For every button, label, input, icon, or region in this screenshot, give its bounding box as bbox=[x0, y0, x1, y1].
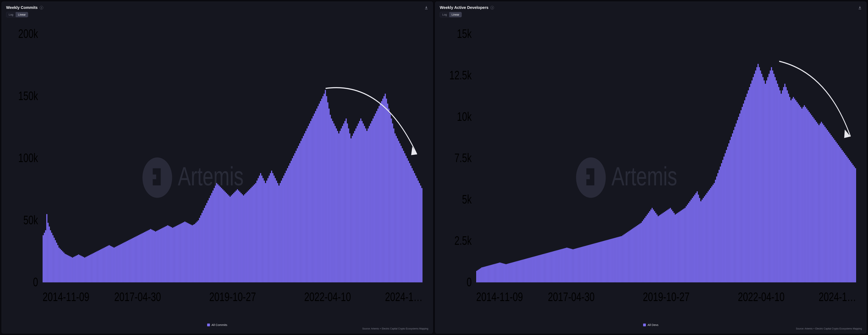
info-icon[interactable]: i bbox=[40, 6, 43, 9]
svg-rect-32 bbox=[66, 254, 67, 282]
svg-rect-387 bbox=[525, 259, 526, 282]
svg-rect-312 bbox=[408, 161, 409, 282]
svg-rect-533 bbox=[703, 198, 704, 282]
svg-rect-36 bbox=[71, 257, 72, 282]
svg-rect-438 bbox=[587, 245, 588, 282]
scale-log-button[interactable]: Log bbox=[6, 12, 16, 17]
svg-rect-459 bbox=[613, 238, 614, 282]
svg-rect-603 bbox=[788, 94, 789, 282]
svg-rect-316 bbox=[413, 171, 414, 282]
svg-rect-139 bbox=[196, 221, 198, 282]
info-icon[interactable]: i bbox=[490, 6, 494, 9]
svg-rect-640 bbox=[833, 139, 834, 282]
svg-rect-563 bbox=[739, 114, 740, 282]
svg-rect-26 bbox=[59, 248, 60, 282]
svg-rect-94 bbox=[142, 233, 143, 282]
svg-rect-244 bbox=[325, 90, 326, 282]
svg-rect-632 bbox=[823, 125, 825, 282]
svg-rect-559 bbox=[735, 127, 736, 282]
svg-rect-526 bbox=[694, 195, 695, 282]
svg-rect-612 bbox=[799, 105, 800, 282]
svg-rect-48 bbox=[86, 257, 87, 282]
svg-rect-550 bbox=[723, 156, 724, 282]
svg-rect-593 bbox=[776, 80, 777, 282]
svg-rect-581 bbox=[761, 74, 763, 282]
svg-rect-548 bbox=[721, 163, 722, 282]
svg-rect-506 bbox=[670, 208, 671, 282]
scale-linear-button[interactable]: Linear bbox=[16, 12, 28, 17]
svg-rect-75 bbox=[118, 245, 120, 282]
svg-rect-142 bbox=[200, 215, 202, 282]
svg-rect-446 bbox=[597, 243, 598, 282]
svg-rect-412 bbox=[555, 250, 557, 282]
svg-rect-198 bbox=[269, 176, 270, 282]
svg-rect-592 bbox=[774, 77, 776, 282]
svg-rect-560 bbox=[736, 123, 737, 282]
svg-rect-217 bbox=[292, 158, 293, 282]
svg-rect-589 bbox=[771, 67, 772, 282]
svg-rect-426 bbox=[572, 249, 574, 282]
svg-rect-309 bbox=[404, 153, 405, 282]
svg-rect-590 bbox=[772, 70, 773, 282]
svg-rect-108 bbox=[159, 230, 160, 282]
svg-rect-553 bbox=[727, 147, 728, 282]
svg-rect-585 bbox=[766, 80, 767, 282]
svg-rect-264 bbox=[349, 133, 350, 282]
svg-rect-479 bbox=[637, 225, 638, 282]
svg-rect-516 bbox=[682, 209, 683, 282]
svg-rect-178 bbox=[244, 194, 245, 282]
svg-rect-537 bbox=[708, 191, 709, 282]
svg-rect-382 bbox=[519, 261, 520, 282]
svg-rect-376 bbox=[512, 263, 513, 282]
svg-rect-184 bbox=[251, 187, 253, 282]
svg-rect-313 bbox=[409, 163, 410, 282]
scale-toggle[interactable]: Log Linear bbox=[440, 12, 462, 18]
svg-rect-148 bbox=[208, 201, 209, 282]
svg-rect-96 bbox=[144, 232, 145, 282]
svg-rect-614 bbox=[801, 109, 803, 282]
svg-rect-15 bbox=[45, 230, 46, 282]
svg-text:10k: 10k bbox=[457, 110, 472, 124]
svg-rect-132 bbox=[188, 223, 189, 282]
svg-rect-202 bbox=[274, 176, 275, 282]
svg-rect-654 bbox=[850, 161, 851, 282]
svg-rect-87 bbox=[133, 238, 134, 282]
svg-rect-404 bbox=[546, 253, 547, 282]
scale-toggle[interactable]: Log Linear bbox=[6, 12, 28, 18]
svg-rect-498 bbox=[660, 215, 661, 282]
svg-rect-450 bbox=[602, 241, 603, 282]
svg-rect-42 bbox=[78, 254, 79, 282]
svg-rect-189 bbox=[258, 178, 259, 282]
svg-rect-425 bbox=[571, 249, 572, 282]
svg-rect-267 bbox=[353, 133, 354, 282]
svg-rect-117 bbox=[169, 226, 171, 282]
svg-rect-489 bbox=[649, 211, 650, 282]
svg-rect-496 bbox=[658, 216, 659, 282]
svg-rect-160 bbox=[222, 189, 223, 282]
scale-linear-button[interactable]: Linear bbox=[449, 12, 462, 17]
svg-rect-262 bbox=[347, 123, 348, 282]
svg-rect-385 bbox=[523, 260, 524, 282]
svg-rect-609 bbox=[795, 100, 796, 282]
svg-rect-462 bbox=[616, 237, 617, 282]
download-icon[interactable] bbox=[858, 6, 862, 10]
svg-rect-620 bbox=[809, 112, 810, 282]
svg-rect-608 bbox=[794, 99, 795, 282]
svg-rect-655 bbox=[851, 163, 852, 282]
svg-rect-137 bbox=[194, 224, 195, 282]
card-title-group: Weekly Commits i bbox=[6, 5, 43, 10]
svg-rect-645 bbox=[839, 147, 840, 282]
legend-swatch bbox=[207, 324, 210, 326]
svg-rect-143 bbox=[202, 213, 203, 282]
svg-rect-230 bbox=[308, 126, 309, 282]
svg-rect-300 bbox=[393, 128, 394, 282]
svg-rect-261 bbox=[346, 118, 347, 282]
svg-rect-56 bbox=[95, 252, 96, 282]
svg-rect-275 bbox=[363, 123, 364, 282]
download-icon[interactable] bbox=[424, 6, 428, 10]
svg-rect-270 bbox=[357, 126, 358, 282]
svg-rect-21 bbox=[53, 235, 54, 282]
svg-rect-289 bbox=[380, 104, 381, 282]
scale-log-button[interactable]: Log bbox=[440, 12, 449, 17]
svg-rect-358 bbox=[490, 265, 491, 282]
